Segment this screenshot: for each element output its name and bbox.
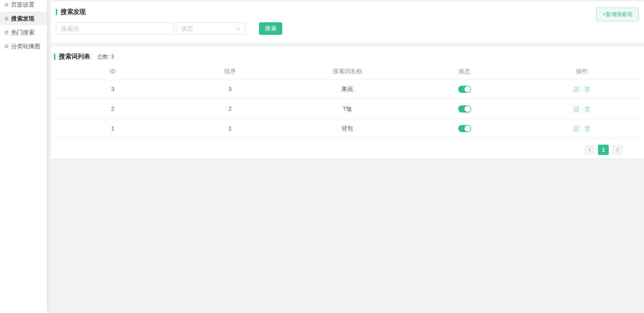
circle-icon: [5, 31, 8, 34]
pagination-next-button[interactable]: [612, 145, 623, 155]
main-content: 搜索发现 +新增搜索词 状态 搜索 搜索词列表 总数: 3: [47, 0, 644, 313]
cell-sort: 3: [171, 86, 289, 92]
cell-name: 背包: [289, 125, 406, 133]
column-header-sort: 排序: [171, 67, 289, 75]
column-header-id: ID: [54, 68, 171, 75]
table-row: 2 2 T恤: [54, 99, 640, 119]
column-header-actions: 操作: [523, 67, 640, 75]
table-row: 3 3 果蔬: [54, 79, 640, 99]
table-row: 1 1 背包: [54, 119, 640, 138]
sidebar: 页面设置 搜索发现 热门搜索 分类轮播图: [0, 0, 47, 313]
cell-actions: [523, 106, 640, 112]
cell-status: [406, 85, 523, 93]
circle-icon: [5, 45, 8, 48]
column-header-name: 搜索词名称: [289, 67, 406, 75]
sidebar-item-page-settings[interactable]: 页面设置: [0, 0, 47, 12]
edit-square-icon[interactable]: [573, 106, 580, 112]
cell-actions: [523, 125, 640, 132]
filter-card-title-row: 搜索发现: [56, 8, 639, 16]
pagination-prev-button[interactable]: [584, 145, 595, 155]
chevron-right-icon: [615, 147, 620, 152]
table-header-row: ID 排序 搜索词名称 状态 操作: [54, 63, 640, 79]
circle-icon: [5, 3, 8, 6]
chevron-down-icon: [236, 26, 241, 31]
search-word-table: ID 排序 搜索词名称 状态 操作 3 3 果蔬: [54, 63, 640, 138]
edit-square-icon[interactable]: [573, 86, 580, 92]
circle-icon: [5, 17, 8, 20]
table-title: 搜索词列表: [59, 53, 90, 61]
sidebar-item-label: 搜索发现: [11, 15, 34, 23]
toggle-knob: [464, 86, 471, 92]
cell-status: [406, 105, 523, 113]
filter-card: 搜索发现 +新增搜索词 状态 搜索: [50, 1, 644, 43]
cell-name: 果蔬: [289, 85, 406, 93]
search-word-list-card: 搜索词列表 总数: 3 ID 排序 搜索词名称 状态 操作 3 3 果蔬: [50, 46, 644, 159]
chevron-left-icon: [587, 147, 592, 152]
status-toggle[interactable]: [458, 86, 471, 93]
filter-row: 状态 搜索: [56, 22, 639, 35]
table-card-title-row: 搜索词列表 总数: 3: [50, 53, 644, 61]
edit-square-icon[interactable]: [573, 125, 580, 132]
title-accent-bar: [56, 9, 57, 15]
status-select[interactable]: 状态: [176, 22, 246, 35]
sidebar-menu: 页面设置 搜索发现 热门搜索 分类轮播图: [0, 0, 47, 53]
cell-sort: 2: [171, 105, 289, 112]
toggle-knob: [464, 106, 471, 112]
add-search-word-button[interactable]: +新增搜索词: [596, 8, 639, 21]
cell-id: 3: [54, 86, 171, 92]
status-toggle[interactable]: [458, 105, 471, 113]
cell-name: T恤: [289, 105, 406, 113]
title-accent-bar: [54, 54, 55, 60]
sidebar-item-category-carousel[interactable]: 分类轮播图: [0, 39, 47, 53]
column-header-status: 状态: [406, 67, 523, 75]
trash-icon[interactable]: [584, 125, 590, 132]
sidebar-item-hot-search[interactable]: 热门搜索: [0, 25, 47, 39]
search-button[interactable]: 搜索: [259, 22, 282, 35]
cell-id: 1: [54, 125, 171, 132]
app-root: 页面设置 搜索发现 热门搜索 分类轮播图 搜索发现 +新增搜索词: [0, 0, 644, 313]
search-word-input[interactable]: [56, 22, 174, 35]
sidebar-item-search-discovery[interactable]: 搜索发现: [0, 12, 47, 25]
status-toggle[interactable]: [458, 125, 471, 132]
pagination: 1: [50, 145, 644, 155]
cell-id: 2: [54, 105, 171, 112]
sidebar-item-label: 分类轮播图: [11, 42, 40, 50]
trash-icon[interactable]: [584, 106, 590, 112]
total-count-label: 总数: 3: [97, 53, 114, 61]
page-title: 搜索发现: [61, 8, 86, 16]
status-select-placeholder: 状态: [181, 25, 193, 33]
cell-actions: [523, 86, 640, 92]
cell-status: [406, 125, 523, 132]
cell-sort: 1: [171, 125, 289, 132]
toggle-knob: [464, 125, 471, 132]
sidebar-item-label: 页面设置: [11, 1, 34, 9]
trash-icon[interactable]: [584, 86, 590, 92]
pagination-page-1-button[interactable]: 1: [598, 145, 609, 155]
sidebar-item-label: 热门搜索: [11, 29, 34, 37]
